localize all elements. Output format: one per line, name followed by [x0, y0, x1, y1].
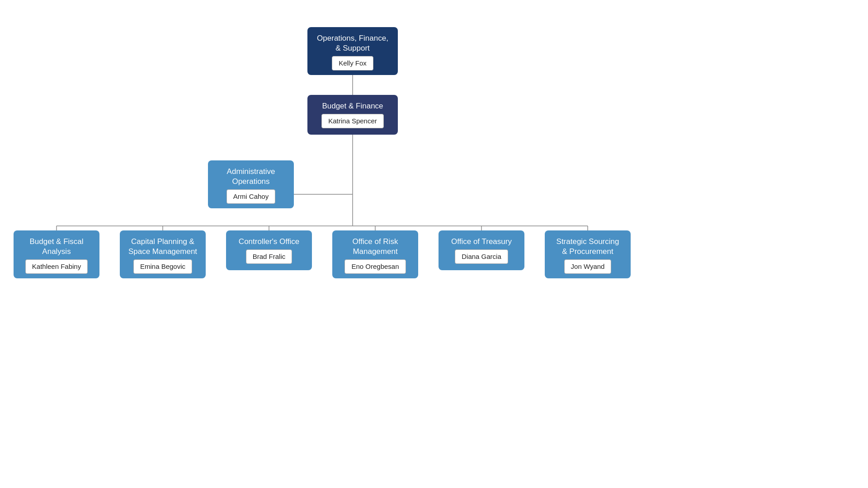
node-budget-fiscal-title: Budget & Fiscal Analysis [22, 237, 91, 257]
node-level1-box: Budget & Finance Katrina Spencer [307, 95, 398, 135]
node-budget-fiscal: Budget & Fiscal Analysis Kathleen Fabiny [14, 230, 99, 278]
node-strategic-sourcing-name: Jon Wyand [564, 259, 612, 274]
node-treasury-name: Diana Garcia [455, 249, 508, 264]
node-level1-title: Budget & Finance [322, 101, 383, 111]
node-budget-fiscal-name: Kathleen Fabiny [25, 259, 88, 274]
node-risk-mgmt: Office of Risk Management Eno Oregbesan [332, 230, 418, 278]
node-admin: Administrative Operations Armi Cahoy [208, 160, 294, 208]
node-capital-planning-box: Capital Planning & Space Management Emin… [120, 230, 206, 278]
node-controllers: Controller's Office Brad Fralic [226, 230, 312, 270]
node-root-title: Operations, Finance, & Support [316, 33, 390, 53]
node-treasury-box: Office of Treasury Diana Garcia [439, 230, 524, 270]
node-capital-planning-title: Capital Planning & Space Management [128, 237, 198, 257]
node-root: Operations, Finance, & Support Kelly Fox [307, 27, 398, 75]
node-admin-box: Administrative Operations Armi Cahoy [208, 160, 294, 208]
node-controllers-name: Brad Fralic [246, 249, 292, 264]
node-capital-planning-name: Emina Begovic [133, 259, 192, 274]
node-admin-name: Armi Cahoy [226, 189, 275, 204]
node-risk-mgmt-title: Office of Risk Management [340, 237, 410, 257]
node-strategic-sourcing-box: Strategic Sourcing & Procurement Jon Wya… [545, 230, 631, 278]
node-capital-planning: Capital Planning & Space Management Emin… [120, 230, 206, 278]
node-budget-fiscal-box: Budget & Fiscal Analysis Kathleen Fabiny [14, 230, 99, 278]
node-level1-name: Katrina Spencer [321, 114, 384, 128]
node-treasury: Office of Treasury Diana Garcia [439, 230, 524, 270]
node-level1: Budget & Finance Katrina Spencer [307, 95, 398, 135]
org-chart: Operations, Finance, & Support Kelly Fox… [0, 0, 868, 488]
node-treasury-title: Office of Treasury [451, 237, 512, 247]
node-controllers-box: Controller's Office Brad Fralic [226, 230, 312, 270]
node-strategic-sourcing-title: Strategic Sourcing & Procurement [553, 237, 623, 257]
node-risk-mgmt-box: Office of Risk Management Eno Oregbesan [332, 230, 418, 278]
node-strategic-sourcing: Strategic Sourcing & Procurement Jon Wya… [545, 230, 631, 278]
node-risk-mgmt-name: Eno Oregbesan [344, 259, 406, 274]
node-controllers-title: Controller's Office [239, 237, 299, 247]
node-root-name: Kelly Fox [332, 56, 373, 70]
node-root-box: Operations, Finance, & Support Kelly Fox [307, 27, 398, 75]
node-admin-title: Administrative Operations [216, 167, 286, 187]
